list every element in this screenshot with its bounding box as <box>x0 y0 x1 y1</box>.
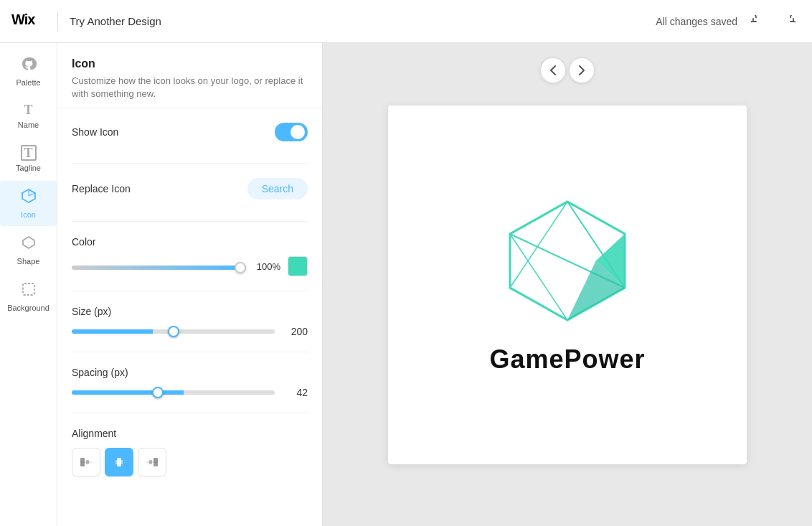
save-status: All changes saved <box>656 16 737 27</box>
canvas-area: GamePower <box>323 43 812 526</box>
undo-button[interactable] <box>746 10 769 33</box>
shape-icon <box>21 235 37 254</box>
sidebar-background-label: Background <box>7 304 49 312</box>
svg-marker-3 <box>23 237 34 248</box>
tagline-icon: T <box>21 145 37 161</box>
logo-text: GamePower <box>489 344 645 375</box>
header-actions: All changes saved <box>656 10 801 33</box>
sidebar-item-name[interactable]: T Name <box>0 95 57 136</box>
svg-marker-2 <box>29 189 35 196</box>
panel-content: Show Icon ✓ Replace Icon Search <box>57 108 322 526</box>
color-swatch[interactable] <box>288 256 308 276</box>
redo-button[interactable] <box>778 10 801 33</box>
header-divider <box>57 11 58 32</box>
sidebar-item-palette[interactable]: Palette <box>0 49 57 94</box>
sidebar-name-label: Name <box>18 121 39 129</box>
size-value: 200 <box>282 326 308 337</box>
search-button[interactable]: Search <box>247 178 308 199</box>
show-icon-section: Show Icon ✓ <box>72 108 308 164</box>
size-slider[interactable] <box>72 329 275 334</box>
palette-icon <box>21 56 37 75</box>
alignment-buttons <box>72 448 308 476</box>
size-row: 200 <box>72 326 308 337</box>
replace-icon-row: Replace Icon Search <box>72 178 308 199</box>
show-icon-row: Show Icon ✓ <box>72 123 308 141</box>
name-icon: T <box>24 103 32 118</box>
svg-text:Wix: Wix <box>11 11 35 27</box>
wix-logo-area: Wix <box>11 11 46 32</box>
align-right-button[interactable] <box>138 448 166 476</box>
background-icon <box>21 281 37 301</box>
spacing-slider[interactable] <box>72 390 275 395</box>
size-section: Size (px) 200 <box>72 291 308 352</box>
color-percent: 100% <box>253 261 280 272</box>
icon-sidebar-icon <box>21 188 37 207</box>
panel: Icon Customize how the icon looks on you… <box>57 43 323 526</box>
color-opacity-slider[interactable] <box>72 266 246 270</box>
sidebar-icon-label: Icon <box>21 210 36 219</box>
spacing-value: 42 <box>282 387 308 398</box>
color-slider-container <box>72 260 246 273</box>
main-content: Palette T Name T Tagline Icon <box>0 43 812 526</box>
next-design-button[interactable] <box>569 57 595 83</box>
panel-title: Icon <box>72 57 308 70</box>
replace-icon-label: Replace Icon <box>72 183 131 194</box>
sidebar-item-icon[interactable]: Icon <box>0 181 57 226</box>
prev-design-button[interactable] <box>540 57 566 83</box>
logo-icon-graphic <box>496 194 639 330</box>
svg-line-16 <box>510 202 567 288</box>
sidebar-tagline-label: Tagline <box>16 164 41 172</box>
sidebar: Palette T Name T Tagline Icon <box>0 43 57 526</box>
sidebar-palette-label: Palette <box>16 78 40 87</box>
color-row: 100% <box>72 256 308 276</box>
svg-rect-4 <box>23 283 34 295</box>
spacing-section: Spacing (px) 42 <box>72 352 308 413</box>
spacing-row: 42 <box>72 387 308 398</box>
panel-description: Customize how the icon looks on your log… <box>72 75 308 100</box>
wix-logo: Wix <box>11 11 46 32</box>
toggle-slider: ✓ <box>275 123 308 141</box>
sidebar-item-background[interactable]: Background <box>0 274 57 319</box>
sidebar-item-tagline[interactable]: T Tagline <box>0 138 57 179</box>
svg-rect-9 <box>115 460 123 464</box>
show-icon-toggle-wrap: ✓ <box>275 123 308 141</box>
header: Wix Try Another Design All changes saved <box>0 0 812 43</box>
panel-header: Icon Customize how the icon looks on you… <box>57 43 322 108</box>
sidebar-shape-label: Shape <box>17 257 40 266</box>
alignment-label: Alignment <box>72 428 308 439</box>
sidebar-item-shape[interactable]: Shape <box>0 227 57 273</box>
header-title: Try Another Design <box>70 15 161 27</box>
navigation-buttons <box>540 57 595 83</box>
show-icon-label: Show Icon <box>72 126 118 138</box>
color-section: Color 100% <box>72 222 308 291</box>
replace-icon-section: Replace Icon Search <box>72 164 308 222</box>
align-left-button[interactable] <box>72 448 100 476</box>
color-label: Color <box>72 236 308 248</box>
size-label: Size (px) <box>72 306 308 317</box>
align-center-button[interactable] <box>105 448 133 476</box>
spacing-label: Spacing (px) <box>72 367 308 378</box>
logo-card: GamePower <box>388 105 747 464</box>
show-icon-toggle[interactable]: ✓ <box>275 123 308 141</box>
alignment-section: Alignment <box>72 413 308 491</box>
